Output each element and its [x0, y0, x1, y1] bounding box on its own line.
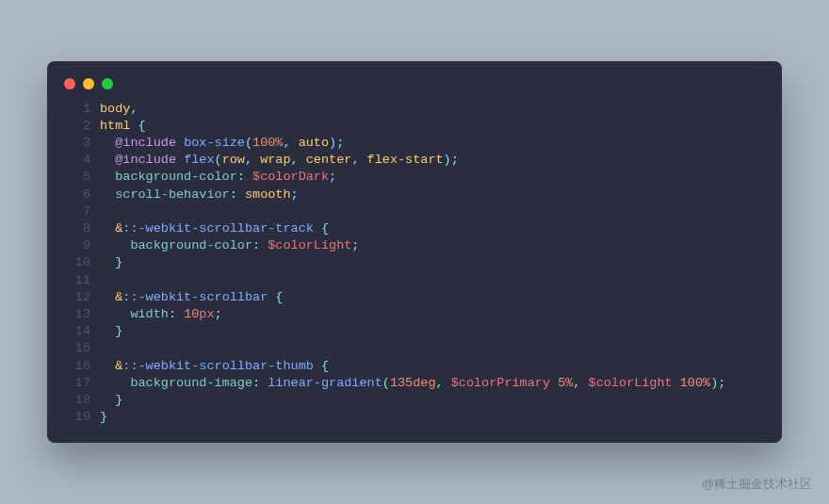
line-number: 5 — [64, 169, 90, 186]
code-line[interactable]: body, — [100, 101, 765, 118]
code-line[interactable]: background-color: $colorDark; — [100, 169, 765, 186]
token-punct: ; — [351, 238, 359, 252]
token-punct: , — [245, 153, 260, 167]
token-prop: width — [130, 307, 169, 321]
token-plain — [100, 393, 115, 407]
window-titlebar — [47, 78, 782, 101]
token-prop: background-color — [130, 238, 252, 252]
token-punct: ( — [245, 136, 252, 150]
token-ident: $colorLight — [589, 376, 673, 390]
line-number: 10 — [64, 254, 90, 271]
token-func: ::-webkit-scrollbar-track — [122, 221, 314, 236]
close-dot-icon[interactable] — [64, 78, 75, 89]
code-line[interactable]: } — [100, 409, 765, 426]
token-prop: background-color — [115, 170, 237, 184]
token-ident: $colorPrimary — [451, 376, 550, 390]
code-line[interactable]: html { — [100, 118, 765, 135]
line-number: 6 — [64, 187, 90, 203]
token-punct: } — [115, 393, 122, 407]
token-plain — [100, 255, 115, 269]
token-plain — [100, 376, 130, 390]
code-line[interactable] — [100, 203, 765, 220]
token-punct: { — [321, 221, 329, 236]
token-prop: background-image — [130, 376, 252, 390]
token-value: smooth — [245, 187, 291, 202]
line-number: 2 — [64, 118, 90, 135]
token-punct: { — [321, 359, 329, 373]
line-number: 7 — [64, 203, 90, 220]
code-line[interactable]: } — [100, 392, 765, 409]
token-plain — [100, 238, 130, 252]
line-number: 11 — [64, 272, 90, 289]
token-punct: { — [138, 119, 146, 133]
token-punct: } — [100, 410, 107, 424]
token-func: ::-webkit-scrollbar — [122, 290, 268, 304]
line-number: 19 — [64, 409, 90, 426]
code-line[interactable]: } — [100, 254, 765, 271]
token-punct: : — [252, 376, 268, 390]
line-number: 18 — [64, 392, 90, 409]
token-plain — [100, 359, 115, 373]
token-punct: : — [169, 307, 184, 321]
token-plain — [100, 170, 115, 184]
token-selector: html — [100, 119, 130, 133]
token-arg: 135deg — [390, 376, 436, 390]
code-line[interactable]: &::-webkit-scrollbar { — [100, 289, 765, 306]
token-punct: ) — [329, 136, 336, 150]
token-plain — [314, 221, 321, 236]
token-arg: 100% — [252, 136, 283, 150]
code-line[interactable] — [100, 340, 765, 357]
code-line[interactable]: @include box-size(100%, auto); — [100, 135, 765, 152]
code-line[interactable]: background-image: linear-gradient(135deg… — [100, 375, 765, 392]
token-func: box-size — [184, 136, 245, 150]
token-ident: $colorLight — [268, 238, 351, 252]
token-punct: ; — [215, 307, 222, 321]
token-arg: 100% — [680, 376, 710, 390]
token-arg: 10 — [184, 307, 199, 321]
token-selector: body — [100, 102, 130, 116]
line-number: 13 — [64, 306, 90, 323]
token-punct: } — [115, 324, 122, 338]
code-line[interactable]: @include flex(row, wrap, center, flex-st… — [100, 152, 765, 169]
token-plain — [100, 290, 115, 304]
token-ident: $colorDark — [252, 170, 329, 184]
token-punct: ; — [336, 136, 344, 150]
token-punct: ( — [382, 376, 390, 390]
token-plain — [673, 376, 680, 390]
token-prop: scroll-behavior — [115, 187, 230, 202]
token-punct: ; — [718, 376, 725, 390]
code-line[interactable] — [100, 272, 765, 289]
token-plain — [176, 153, 184, 167]
code-editor[interactable]: 1body,2html {3 @include box-size(100%, a… — [47, 101, 782, 427]
token-ident: px — [199, 307, 214, 321]
code-window: 1body,2html {3 @include box-size(100%, a… — [47, 61, 782, 444]
token-plain — [100, 136, 115, 150]
token-punct: ( — [215, 153, 222, 167]
token-punct: ; — [451, 153, 459, 167]
token-argAlt: wrap — [260, 153, 290, 167]
code-line[interactable]: scroll-behavior: smooth; — [100, 187, 765, 203]
token-punct: ; — [329, 170, 336, 184]
token-plain — [100, 221, 115, 236]
token-punct: } — [115, 255, 122, 269]
line-number: 14 — [64, 323, 90, 340]
token-atrule: @include — [115, 153, 176, 167]
token-punct: , — [283, 136, 298, 150]
line-number: 3 — [64, 135, 90, 152]
token-func: ::-webkit-scrollbar-thumb — [122, 359, 314, 373]
code-line[interactable]: background-color: $colorLight; — [100, 237, 765, 254]
zoom-dot-icon[interactable] — [102, 78, 113, 89]
code-line[interactable]: &::-webkit-scrollbar-thumb { — [100, 358, 765, 375]
token-argAlt: auto — [299, 136, 329, 150]
minimize-dot-icon[interactable] — [83, 78, 94, 89]
token-plain — [314, 359, 321, 373]
code-line[interactable]: } — [100, 323, 765, 340]
code-line[interactable]: width: 10px; — [100, 306, 765, 323]
token-punct: , — [291, 153, 306, 167]
line-number: 16 — [64, 358, 90, 375]
token-plain — [550, 376, 558, 390]
line-number: 8 — [64, 220, 90, 237]
token-punct: ; — [291, 187, 299, 202]
token-punct: , — [435, 376, 450, 390]
code-line[interactable]: &::-webkit-scrollbar-track { — [100, 220, 765, 237]
